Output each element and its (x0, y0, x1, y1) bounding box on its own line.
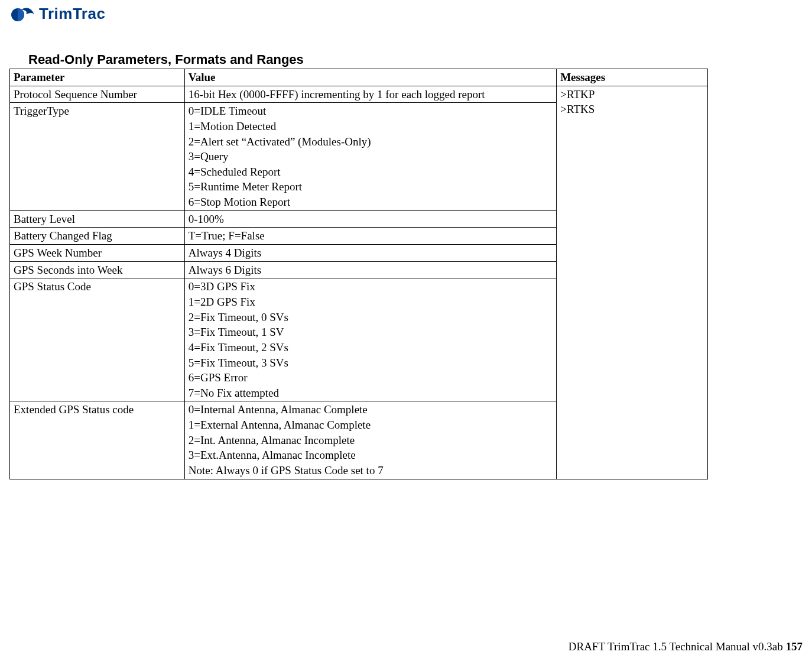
param-cell: Extended GPS Status code (10, 401, 185, 479)
logo-text: TrimTrac (39, 5, 105, 23)
value-cell: Always 4 Digits (184, 245, 556, 262)
value-cell: 0=Internal Antenna, Almanac Complete 1=E… (184, 401, 556, 479)
messages-cell: >RTKP >RTKS (557, 86, 708, 479)
footer-text: DRAFT TrimTrac 1.5 Technical Manual v0.3… (569, 640, 786, 653)
logo: TrimTrac (8, 5, 105, 23)
value-cell: 0-100% (184, 210, 556, 228)
header-value: Value (184, 69, 556, 86)
value-cell: 0=3D GPS Fix 1=2D GPS Fix 2=Fix Timeout,… (184, 278, 556, 401)
section-title: Read-Only Parameters, Formats and Ranges (28, 52, 304, 67)
header-parameter: Parameter (10, 69, 185, 86)
value-cell: 16-bit Hex (0000-FFFF) incrementing by 1… (184, 86, 556, 103)
value-cell: Always 6 Digits (184, 261, 556, 278)
trimtrac-logo-icon (8, 6, 37, 22)
param-cell: GPS Status Code (10, 278, 185, 401)
table-header-row: Parameter Value Messages (10, 69, 708, 86)
header-messages: Messages (557, 69, 708, 86)
param-cell: GPS Week Number (10, 245, 185, 262)
value-cell: 0=IDLE Timeout 1=Motion Detected 2=Alert… (184, 103, 556, 210)
param-cell: GPS Seconds into Week (10, 261, 185, 278)
parameter-table: Parameter Value Messages Protocol Sequen… (9, 69, 708, 479)
value-cell: T=True; F=False (184, 228, 556, 245)
param-cell: TriggerType (10, 103, 185, 210)
page-footer: DRAFT TrimTrac 1.5 Technical Manual v0.3… (569, 640, 803, 653)
param-cell: Battery Changed Flag (10, 228, 185, 245)
page-number: 157 (786, 640, 803, 653)
param-cell: Battery Level (10, 210, 185, 228)
table-row: Protocol Sequence Number 16-bit Hex (000… (10, 86, 708, 103)
param-cell: Protocol Sequence Number (10, 86, 185, 103)
